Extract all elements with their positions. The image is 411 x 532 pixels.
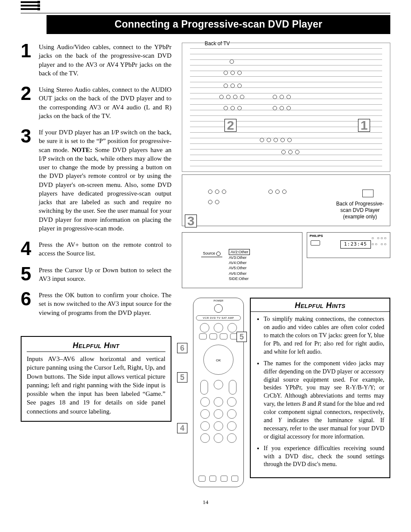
callout-1: 1 xyxy=(358,119,370,132)
digit-button-icon xyxy=(200,421,210,431)
callout-2: 2 xyxy=(224,119,237,132)
note-text: Some DVD players have an I/P switch on t… xyxy=(39,146,171,232)
remote-button-icon xyxy=(200,323,209,333)
step-3: 3 If your DVD player has an I/P switch o… xyxy=(21,128,171,233)
callout-4: 4 xyxy=(177,423,187,433)
step-4: 4 Press the AV+ button on the remote con… xyxy=(21,240,171,258)
osd-item: AV5:Other xyxy=(229,266,246,270)
hint-item: To simplify making connections, the conn… xyxy=(264,315,384,356)
callout-3: 3 xyxy=(185,215,197,227)
osd-item: SIDE:Other xyxy=(229,277,249,281)
digit-button-icon xyxy=(214,409,223,419)
hint-item: The names for the component video jacks … xyxy=(264,360,384,441)
hints-title: Helpful Hints xyxy=(251,298,389,312)
dvd-front-diagram: PHILIPS 1:23:45 ○ ○○○○○ ○○ xyxy=(307,232,391,258)
hint-item-text: The names for the component video jacks … xyxy=(264,360,384,440)
time-display: 1:23:45 xyxy=(340,240,371,249)
digit-button-icon xyxy=(214,397,223,407)
front-buttons-icon: ○ ○○○○○ ○○ xyxy=(371,235,387,247)
step-text: Press the AV+ button on the remote contr… xyxy=(39,240,171,258)
back-of-player-label: Back of Progressive- scan DVD Player (ex… xyxy=(335,200,385,221)
osd-item: AV3:Other xyxy=(229,255,246,260)
page-title: Connecting a Progressive-scan DVD Player xyxy=(47,15,390,34)
remote-button-icon xyxy=(214,323,223,333)
digit-button-icon xyxy=(200,409,210,419)
hint-item: If you experience difficulties receiving… xyxy=(264,445,384,469)
step-text: Using Stereo Audio cables, connect to th… xyxy=(39,85,171,120)
step-number: 2 xyxy=(21,85,39,120)
osd-source-label: Source xyxy=(201,251,222,257)
remote-button-icon xyxy=(209,333,217,339)
helpful-hint-box: Helpful Hint Inputs AV3–AV6 allow horizo… xyxy=(21,336,171,422)
step-text: Press the Cursor Up or Down button to se… xyxy=(39,266,171,283)
power-button-icon xyxy=(214,304,223,313)
step-text: Press the OK button to confirm your choi… xyxy=(39,291,171,317)
connector-icon xyxy=(21,0,38,12)
helpful-hints-box: Helpful Hints To simplify making connect… xyxy=(250,298,390,478)
player-label-l2: scan DVD Player xyxy=(340,207,380,213)
digit-button-icon xyxy=(200,397,210,407)
note-label: NOTE: xyxy=(72,146,92,153)
digit-button-icon xyxy=(214,433,223,443)
callout-6: 6 xyxy=(177,343,187,353)
hint-body: Inputs AV3–AV6 allow horizontal and vert… xyxy=(27,355,165,416)
number-pad xyxy=(199,397,237,443)
ok-label: OK xyxy=(216,358,221,363)
player-label-l1: Back of Progressive- xyxy=(336,201,384,207)
digit-button-icon xyxy=(227,433,237,443)
step-1: 1 Using Audio/Video cables, connect to t… xyxy=(21,43,171,78)
osd-item: AV4:Other xyxy=(229,261,246,265)
step-text: If your DVD player has an I/P switch on … xyxy=(39,128,171,233)
brand-label: PHILIPS xyxy=(310,234,323,239)
mode-row: VCR DVD TV SAT AMP xyxy=(196,315,241,320)
left-column: 1 Using Audio/Video cables, connect to t… xyxy=(21,43,171,487)
remote-button-icon xyxy=(199,333,207,339)
osd-item: AV2:Other xyxy=(229,249,250,255)
step-number: 5 xyxy=(21,266,39,283)
callout-5: 5 xyxy=(237,332,247,342)
step-5: 5 Press the Cursor Up or Down button to … xyxy=(21,266,171,283)
step-text: Using Audio/Video cables, connect to the… xyxy=(39,43,171,78)
remote-rocker-icon xyxy=(200,380,208,395)
remote-rocker-icon xyxy=(229,380,237,395)
step-6: 6 Press the OK button to confirm your ch… xyxy=(21,291,171,317)
digit-button-icon xyxy=(227,421,237,431)
remote-button-icon xyxy=(220,333,227,339)
top-rule xyxy=(21,13,390,13)
transport-row-icon xyxy=(199,476,238,482)
source-word: Source xyxy=(203,251,215,255)
page-number: 14 xyxy=(21,498,390,506)
remote-button-icon xyxy=(227,323,237,333)
osd-item: AV6:Other xyxy=(229,271,246,276)
digit-button-icon xyxy=(214,421,223,431)
step-number: 6 xyxy=(21,291,39,317)
right-column: Back of TV 1 2 Back of Pro xyxy=(182,43,390,487)
player-label-l3: (example only) xyxy=(343,214,377,220)
hint-title: Helpful Hint xyxy=(27,340,165,352)
callout-5: 5 xyxy=(177,372,187,383)
dvd-back-diagram: Back of Progressive- scan DVD Player (ex… xyxy=(182,174,390,226)
osd-input-list: AV2:Other AV3:Other AV4:Other AV5:Other … xyxy=(229,249,250,281)
tv-back-diagram: 1 2 xyxy=(182,43,390,172)
digit-button-icon xyxy=(200,433,210,443)
step-2: 2 Using Stereo Audio cables, connect to … xyxy=(21,85,171,120)
step-number: 3 xyxy=(21,128,39,233)
remote-diagram: POWER VCR DVD TV SAT AMP OK xyxy=(193,298,244,487)
remote-button-icon xyxy=(214,380,223,389)
digit-button-icon xyxy=(227,397,237,407)
power-label: POWER xyxy=(193,299,243,302)
digit-button-icon xyxy=(227,409,237,419)
osd-source-menu: Source AV2:Other AV3:Other AV4:Other AV5… xyxy=(182,232,302,288)
step-number: 1 xyxy=(21,43,39,78)
step-number: 4 xyxy=(21,240,39,258)
